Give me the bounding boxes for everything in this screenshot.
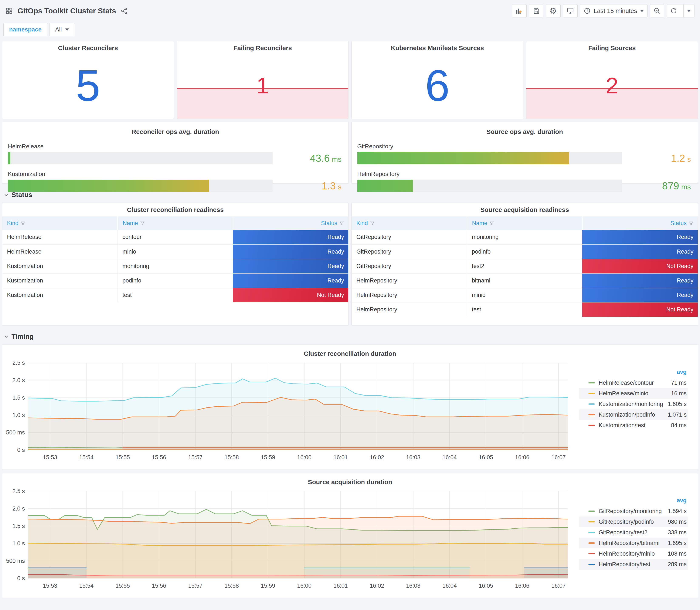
column-header-status[interactable]: Status	[233, 216, 348, 230]
legend-series-name: Kustomization/monitoring	[599, 401, 668, 407]
section-status-toggle[interactable]: Status	[4, 191, 698, 199]
chevron-down-icon	[640, 10, 644, 12]
cycle-view-mode-button[interactable]	[563, 4, 577, 17]
stat-value: 5	[2, 63, 174, 108]
column-header-kind[interactable]: Kind	[2, 216, 118, 230]
cell-kind: HelmRepository	[352, 288, 467, 302]
svg-text:16:01: 16:01	[333, 582, 348, 589]
cell-status: Not Ready	[582, 259, 698, 273]
gauge-panel-title: Source ops avg. duration	[357, 125, 692, 137]
legend-item[interactable]: HelmRelease/contour71 ms	[579, 378, 688, 388]
svg-text:15:55: 15:55	[116, 582, 130, 589]
legend-item[interactable]: HelmRepository/test289 ms	[579, 559, 688, 569]
clock-icon	[584, 7, 590, 14]
svg-text:1.0 s: 1.0 s	[12, 540, 25, 547]
cell-name: test	[467, 302, 583, 317]
legend-series-name: GitRepository/test2	[599, 529, 668, 536]
table-row: HelmReleasecontourReady	[2, 230, 348, 244]
section-timing-toggle[interactable]: Timing	[4, 333, 698, 340]
legend-item[interactable]: GitRepository/podinfo980 ms	[579, 516, 688, 527]
share-icon[interactable]	[121, 7, 128, 14]
legend-item[interactable]: HelmRepository/minio108 ms	[579, 548, 688, 559]
zoom-out-button[interactable]	[650, 4, 664, 17]
legend-item[interactable]: GitRepository/test2338 ms	[579, 527, 688, 538]
legend-item[interactable]: HelmRelease/minio16 ms	[579, 388, 688, 399]
svg-text:15:53: 15:53	[43, 454, 58, 461]
gauge-line: 1.3s	[8, 180, 343, 192]
series-color-dash-icon	[588, 393, 595, 394]
gauge-panel: Source ops avg. durationGitRepository1.2…	[352, 122, 698, 183]
refresh-button[interactable]	[667, 4, 681, 17]
dashboard-settings-button[interactable]: ⚙	[546, 4, 560, 17]
table-row: KustomizationmonitoringReady	[2, 259, 348, 273]
svg-text:16:04: 16:04	[442, 454, 457, 461]
filter-icon[interactable]	[489, 221, 494, 226]
legend-item[interactable]: Kustomization/test84 ms	[579, 420, 688, 431]
stat-panel-title: Failing Reconcilers	[177, 41, 348, 53]
legend-series-name: HelmRepository/bitnami	[599, 540, 668, 546]
apps-grid-icon[interactable]	[5, 7, 13, 14]
time-range-label: Last 15 minutes	[593, 7, 637, 14]
filter-icon[interactable]	[370, 221, 375, 226]
column-header-name[interactable]: Name	[118, 216, 233, 230]
cell-status: Not Ready	[233, 288, 348, 302]
cell-name: monitoring	[467, 230, 583, 244]
variable-namespace-select[interactable]: All	[50, 23, 75, 36]
cell-status: Ready	[582, 244, 698, 259]
legend-series-name: HelmRepository/test	[599, 561, 668, 568]
gauge-label: HelmRelease	[8, 143, 343, 150]
gauge-bar-track	[357, 180, 622, 192]
legend-item[interactable]: HelmRepository/bitnami1.695 s	[579, 538, 688, 548]
table-panel-title: Source acquisition readiness	[352, 203, 698, 215]
table-row: HelmRepositoryminioReady	[352, 288, 698, 302]
chart-canvas[interactable]: 0 s500 ms1.0 s1.5 s2.0 s2.5 s15:5315:541…	[6, 487, 576, 592]
svg-text:2.0 s: 2.0 s	[12, 377, 25, 383]
readiness-table: KindNameStatusHelmReleasecontourReadyHel…	[2, 216, 348, 302]
gauge-panel: Reconciler ops avg. durationHelmRelease4…	[2, 122, 348, 183]
column-header-kind[interactable]: Kind	[352, 216, 467, 230]
cell-kind: Kustomization	[2, 259, 118, 273]
column-header-name[interactable]: Name	[467, 216, 583, 230]
refresh-interval-dropdown[interactable]	[683, 4, 694, 17]
gauge-value-unit: ms	[332, 155, 342, 163]
legend-avg-header[interactable]: avg	[579, 368, 688, 378]
save-dashboard-button[interactable]	[529, 4, 543, 17]
series-color-dash-icon	[588, 521, 595, 523]
variable-namespace-value: All	[55, 26, 62, 33]
filter-icon[interactable]	[339, 221, 344, 226]
svg-text:16:05: 16:05	[479, 454, 493, 461]
gauge-value-number: 879	[662, 180, 679, 192]
time-range-picker[interactable]: Last 15 minutes	[580, 4, 648, 17]
legend-series-name: Kustomization/test	[599, 422, 671, 429]
chart-plot-area[interactable]: 0 s500 ms1.0 s1.5 s2.0 s2.5 s15:5315:541…	[6, 358, 579, 468]
legend-avg-header[interactable]: avg	[579, 496, 688, 506]
legend-item[interactable]: GitRepository/monitoring1.594 s	[579, 506, 688, 516]
chevron-down-icon	[65, 29, 69, 31]
legend-item[interactable]: Kustomization/podinfo1.071 s	[579, 410, 688, 420]
stat-panel-title: Failing Sources	[526, 41, 698, 53]
column-header-label: Name	[123, 220, 138, 226]
add-panel-button[interactable]	[512, 4, 526, 17]
filter-icon[interactable]	[140, 221, 145, 226]
refresh-button-group	[667, 4, 695, 17]
series-color-dash-icon	[588, 425, 595, 426]
series-color-dash-icon	[588, 542, 595, 544]
svg-text:15:56: 15:56	[152, 454, 166, 461]
stat-panel-title: Kubernetes Manifests Sources	[352, 41, 523, 53]
gauge-value-number: 43.6	[310, 152, 330, 164]
column-header-status[interactable]: Status	[582, 216, 698, 230]
filter-icon[interactable]	[21, 221, 25, 226]
legend-series-avg: 1.605 s	[668, 401, 687, 407]
stat-panel-title: Cluster Reconcilers	[2, 41, 174, 53]
legend-item[interactable]: Kustomization/monitoring1.605 s	[579, 399, 688, 410]
legend-series-avg: 1.695 s	[668, 540, 687, 546]
chart-canvas[interactable]: 0 s500 ms1.0 s1.5 s2.0 s2.5 s15:5315:541…	[6, 358, 576, 463]
stat-value: 6	[352, 63, 523, 108]
column-header-label: Name	[472, 220, 487, 226]
legend-series-avg: 16 ms	[671, 390, 687, 397]
table-row: GitRepositorymonitoringReady	[352, 230, 698, 244]
chart-plot-area[interactable]: 0 s500 ms1.0 s1.5 s2.0 s2.5 s15:5315:541…	[6, 487, 579, 597]
gauge-value-unit: ms	[681, 183, 691, 191]
legend-series-name: GitRepository/monitoring	[599, 508, 668, 515]
filter-icon[interactable]	[689, 221, 694, 226]
